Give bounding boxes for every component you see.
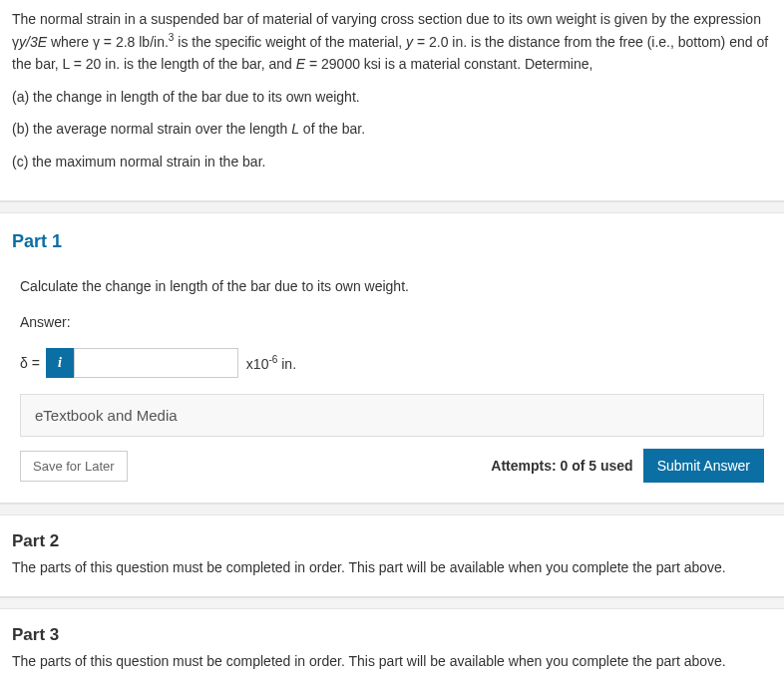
part-2-title: Part 2 <box>12 531 772 551</box>
submit-answer-button[interactable]: Submit Answer <box>643 449 764 483</box>
problem-part-a: (a) the change in length of the bar due … <box>12 86 772 108</box>
problem-statement: The normal strain in a suspended bar of … <box>0 0 784 200</box>
section-gap <box>0 597 784 609</box>
part-1-footer: Save for Later Attempts: 0 of 5 used Sub… <box>20 449 764 483</box>
part-2: Part 2 The parts of this question must b… <box>0 515 784 596</box>
answer-input[interactable] <box>74 348 238 378</box>
part-3-message: The parts of this question must be compl… <box>12 651 772 672</box>
section-gap <box>0 201 784 213</box>
answer-label: Answer: <box>20 314 764 330</box>
answer-input-row: δ = i x10-6 in. <box>20 348 764 378</box>
part-1: Part 1 Calculate the change in length of… <box>0 213 784 503</box>
problem-intro: The normal strain in a suspended bar of … <box>12 8 772 76</box>
part-3: Part 3 The parts of this question must b… <box>0 609 784 682</box>
part-2-message: The parts of this question must be compl… <box>12 557 772 578</box>
section-gap <box>0 504 784 515</box>
problem-part-c: (c) the maximum normal strain in the bar… <box>12 151 772 172</box>
problem-part-b: (b) the average normal strain over the l… <box>12 118 772 140</box>
part-1-title: Part 1 <box>12 231 772 252</box>
save-for-later-button[interactable]: Save for Later <box>20 451 128 482</box>
attempts-text: Attempts: 0 of 5 used <box>491 458 632 474</box>
delta-equals: δ = <box>20 355 40 371</box>
part-3-title: Part 3 <box>12 625 772 645</box>
etextbook-media-button[interactable]: eTextbook and Media <box>20 394 764 437</box>
part-1-instruction: Calculate the change in length of the ba… <box>20 278 764 294</box>
info-icon[interactable]: i <box>46 348 74 378</box>
answer-unit: x10-6 in. <box>246 354 296 372</box>
